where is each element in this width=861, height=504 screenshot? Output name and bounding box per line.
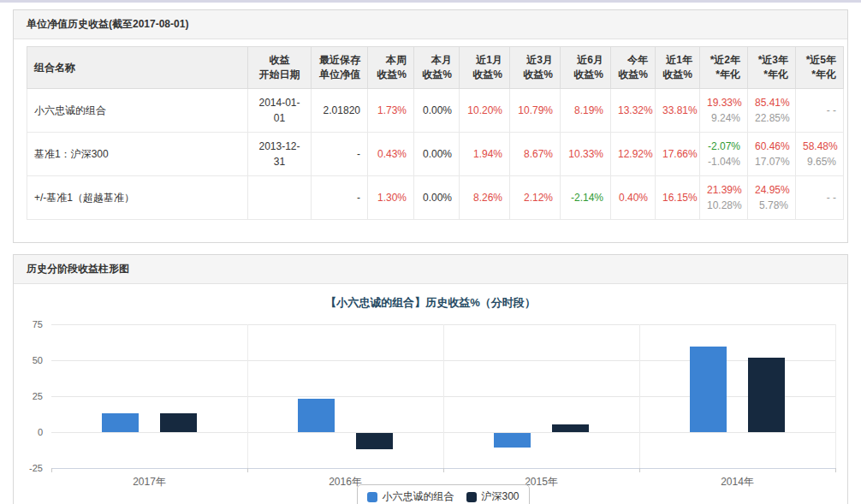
chart-bar xyxy=(690,347,727,432)
table-cell: 0.00% xyxy=(414,133,460,176)
table-cell: 2.12% xyxy=(510,176,561,220)
cell-value: 小六忠诚的组合 xyxy=(34,103,240,118)
cell-value: 85.41% xyxy=(755,95,788,110)
cell-value: 基准1：沪深300 xyxy=(34,146,240,162)
returns-table-panel: 单位净值历史收益(截至2017-08-01) 组合名称收益 开始日期最近保存 单… xyxy=(13,9,848,243)
cell-value: 21.39% xyxy=(707,182,740,198)
cell-value: 19.33% xyxy=(707,95,740,110)
cell-value: 8.67% xyxy=(517,146,553,162)
column-header: 收益 开始日期 xyxy=(248,47,312,89)
chart-bar xyxy=(552,424,589,432)
cell-sub-value: 9.65% xyxy=(803,154,836,169)
cell-value: 8.26% xyxy=(466,190,502,205)
legend-item[interactable]: 沪深300 xyxy=(466,489,519,504)
chart-bar xyxy=(102,413,139,432)
chart-bar xyxy=(748,358,785,432)
cell-sub-value: 5.78% xyxy=(755,198,788,213)
legend-item[interactable]: 小六忠诚的组合 xyxy=(367,489,454,504)
cell-sub-value: 17.07% xyxy=(755,154,788,169)
cell-value: 2.01820 xyxy=(318,103,360,118)
column-header: 近1年 收益% xyxy=(656,47,700,89)
cell-value: 0.43% xyxy=(375,146,407,162)
cell-value: 16.15% xyxy=(662,190,692,205)
chart-bar xyxy=(494,433,531,448)
legend-label: 小六忠诚的组合 xyxy=(382,489,454,504)
table-cell: 0.00% xyxy=(414,89,460,133)
y-axis-label: 0 xyxy=(14,425,43,439)
page-top-strip xyxy=(0,0,861,3)
y-axis-label: -25 xyxy=(14,461,43,475)
table-cell: 0.40% xyxy=(611,176,656,220)
y-axis-label: 25 xyxy=(14,389,43,403)
cell-sub-value: 10.28% xyxy=(707,198,740,213)
column-header: *近3年 *年化 xyxy=(748,47,796,89)
column-header: 本周 收益% xyxy=(368,47,414,89)
column-header: 近6月 收益% xyxy=(561,47,611,89)
cell-value: 17.66% xyxy=(662,146,692,162)
returns-panel-title: 单位净值历史收益(截至2017-08-01) xyxy=(14,10,847,39)
cell-value: 12.92% xyxy=(618,146,648,162)
table-cell: 8.67% xyxy=(510,133,561,176)
legend-label: 沪深300 xyxy=(481,489,519,504)
chart-legend: 小六忠诚的组合沪深300 xyxy=(51,484,835,504)
column-header: 组合名称 xyxy=(27,47,248,89)
cell-value: 58.48% xyxy=(803,139,836,154)
cell-value: 10.33% xyxy=(567,146,603,162)
table-cell: 0.00% xyxy=(414,176,460,220)
table-cell: 2014-01-01 xyxy=(248,89,312,133)
table-cell: 基准1：沪深300 xyxy=(27,133,248,176)
table-cell: 33.81% xyxy=(656,89,700,133)
table-cell: 10.79% xyxy=(510,89,561,133)
table-cell: 60.46%17.07% xyxy=(748,133,796,176)
x-gridline xyxy=(639,324,640,468)
cell-value: 1.73% xyxy=(375,103,407,118)
x-axis-tick xyxy=(51,468,52,472)
cell-value: - xyxy=(318,146,360,162)
table-cell: +/-基准1（超越基准） xyxy=(27,176,248,220)
table-cell: 8.26% xyxy=(460,176,510,220)
cell-value: - xyxy=(318,190,360,205)
column-header: *近2年 *年化 xyxy=(700,47,748,89)
cell-value: -2.07% xyxy=(707,139,740,154)
cell-value: 0.00% xyxy=(421,190,452,205)
cell-value: +/-基准1（超越基准） xyxy=(34,190,240,205)
cell-value: 1.30% xyxy=(375,190,407,205)
y-axis-label: 50 xyxy=(14,353,43,367)
x-gridline xyxy=(247,324,248,468)
y-axis-label: 75 xyxy=(14,317,43,331)
x-gridline xyxy=(443,324,444,468)
table-cell: 19.33%9.24% xyxy=(700,89,748,133)
table-cell: 24.95%5.78% xyxy=(748,176,796,220)
legend-swatch-icon xyxy=(466,492,477,502)
cell-value: 33.81% xyxy=(662,103,692,118)
table-cell: - - xyxy=(796,176,844,220)
table-cell: 16.15% xyxy=(656,176,700,220)
table-cell: 85.41%22.85% xyxy=(748,89,796,133)
table-cell: - - xyxy=(796,89,844,133)
x-axis-tick xyxy=(639,468,640,472)
chart-bar xyxy=(160,413,197,432)
table-cell: - xyxy=(312,133,368,176)
table-header-row: 组合名称收益 开始日期最近保存 单位净值本周 收益%本月 收益%近1月 收益%近… xyxy=(27,47,844,89)
table-cell: 1.94% xyxy=(460,133,510,176)
bar-chart: 【小六忠诚的组合】历史收益%（分时段） 7550250-252017年2016年… xyxy=(14,284,847,504)
chart-panel: 历史分阶段收益柱形图 【小六忠诚的组合】历史收益%（分时段） 7550250-2… xyxy=(13,254,848,504)
table-cell: 12.92% xyxy=(611,133,656,176)
chart-bar xyxy=(356,433,393,449)
column-header: 最近保存 单位净值 xyxy=(312,47,368,89)
chart-panel-title: 历史分阶段收益柱形图 xyxy=(14,255,847,284)
cell-value: 2.12% xyxy=(517,190,553,205)
table-row: +/-基准1（超越基准）-1.30%0.00%8.26%2.12%-2.14%0… xyxy=(27,176,844,220)
column-header: 近3月 收益% xyxy=(510,47,561,89)
table-cell: 13.32% xyxy=(611,89,656,133)
legend-swatch-icon xyxy=(367,492,377,502)
returns-table: 组合名称收益 开始日期最近保存 单位净值本周 收益%本月 收益%近1月 收益%近… xyxy=(27,46,844,220)
x-axis-tick xyxy=(835,468,836,472)
x-axis-tick xyxy=(443,468,444,472)
table-cell: 17.66% xyxy=(656,133,700,176)
table-row: 小六忠诚的组合2014-01-012.018201.73%0.00%10.20%… xyxy=(27,89,844,133)
cell-value: 60.46% xyxy=(755,139,788,154)
column-header: 近1月 收益% xyxy=(460,47,510,89)
cell-value: - - xyxy=(803,190,836,205)
cell-sub-value: 9.24% xyxy=(707,110,740,126)
